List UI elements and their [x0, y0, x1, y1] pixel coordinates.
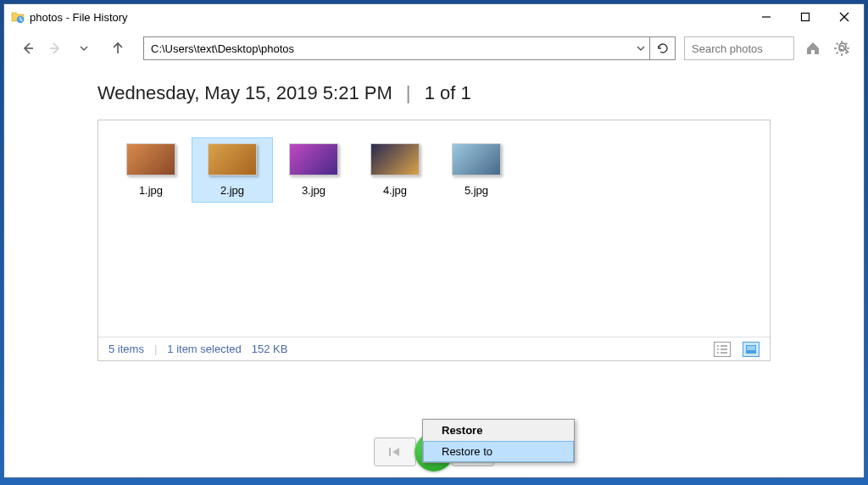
context-restore[interactable]: Restore — [423, 420, 574, 441]
up-button[interactable] — [106, 36, 130, 60]
restore-context-menu: Restore Restore to — [422, 419, 575, 463]
status-size: 152 KB — [252, 343, 288, 355]
titlebar: photos - File History — [4, 4, 864, 30]
file-item[interactable]: 4.jpg — [354, 137, 436, 203]
file-thumbnail — [289, 143, 338, 176]
svg-rect-26 — [747, 346, 755, 350]
maximize-button[interactable] — [786, 4, 825, 30]
file-item[interactable]: 2.jpg — [192, 137, 273, 203]
app-icon — [11, 10, 25, 24]
status-selection: 1 item selected — [167, 343, 241, 355]
file-item[interactable]: 1.jpg — [110, 137, 192, 203]
svg-rect-2 — [802, 14, 810, 21]
search-box[interactable] — [684, 36, 794, 60]
file-label: 4.jpg — [383, 184, 407, 197]
context-restore-to[interactable]: Restore to — [423, 441, 574, 462]
refresh-button[interactable] — [649, 36, 675, 60]
details-view-button[interactable] — [714, 342, 731, 357]
svg-line-17 — [837, 52, 838, 53]
file-label: 5.jpg — [465, 184, 488, 197]
svg-point-10 — [839, 46, 844, 51]
address-input[interactable] — [144, 42, 632, 55]
file-thumbnail — [208, 143, 257, 176]
svg-line-18 — [845, 43, 847, 45]
file-label: 3.jpg — [302, 184, 326, 197]
file-thumbnail — [452, 143, 501, 176]
navigation-toolbar — [4, 30, 864, 67]
address-dropdown-icon[interactable] — [632, 37, 649, 59]
svg-rect-27 — [389, 448, 391, 456]
thumbnails-view-button[interactable] — [743, 342, 760, 357]
address-bar[interactable] — [143, 36, 676, 60]
svg-line-15 — [837, 43, 838, 45]
file-history-window: photos - File History — [3, 3, 865, 478]
svg-line-16 — [845, 52, 847, 53]
previous-version-button[interactable] — [374, 438, 416, 466]
history-dropdown[interactable] — [72, 36, 96, 60]
minimize-button[interactable] — [747, 4, 786, 30]
back-button[interactable] — [16, 36, 40, 60]
file-pane: 1.jpg2.jpg3.jpg4.jpg5.jpg 5 items | 1 it… — [97, 120, 771, 361]
file-item[interactable]: 3.jpg — [273, 137, 354, 203]
file-label: 1.jpg — [139, 184, 163, 197]
version-header: Wednesday, May 15, 2019 5:21 PM | 1 of 1 — [97, 82, 771, 104]
file-thumbnail — [370, 143, 420, 176]
version-datetime: Wednesday, May 15, 2019 5:21 PM — [97, 82, 392, 103]
forward-button[interactable] — [43, 36, 67, 60]
file-label: 2.jpg — [220, 184, 244, 197]
thumbnails-area[interactable]: 1.jpg2.jpg3.jpg4.jpg5.jpg — [98, 120, 770, 337]
close-button[interactable] — [825, 4, 864, 30]
file-item[interactable]: 5.jpg — [436, 137, 517, 203]
content-area: Wednesday, May 15, 2019 5:21 PM | 1 of 1… — [4, 67, 864, 426]
version-separator: | — [406, 82, 411, 103]
status-bar: 5 items | 1 item selected 152 KB — [98, 337, 770, 360]
file-thumbnail — [126, 143, 175, 176]
home-icon[interactable] — [803, 38, 823, 59]
status-count: 5 items — [108, 343, 144, 355]
gear-icon[interactable] — [832, 38, 852, 59]
version-position: 1 of 1 — [425, 82, 471, 103]
window-title: photos - File History — [30, 11, 128, 24]
